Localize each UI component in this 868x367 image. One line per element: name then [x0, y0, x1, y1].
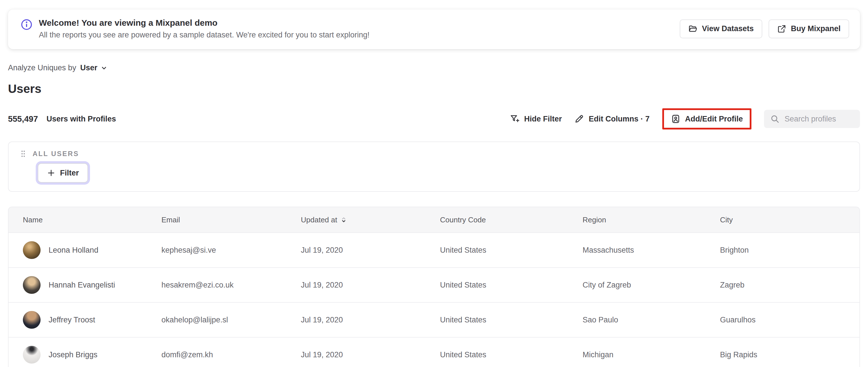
col-header-city: City: [720, 215, 860, 224]
user-country: United States: [440, 246, 583, 255]
user-region: Massachusetts: [583, 246, 720, 255]
avatar: [23, 346, 40, 364]
avatar: [23, 241, 40, 259]
analyze-by-dropdown[interactable]: User: [80, 63, 108, 72]
buy-mixpanel-button[interactable]: Buy Mixpanel: [769, 20, 849, 38]
chevron-down-icon: [100, 64, 108, 72]
avatar: [23, 311, 40, 329]
user-country: United States: [440, 350, 583, 359]
col-header-region: Region: [583, 215, 720, 224]
annotation-highlight-box: Add/Edit Profile: [662, 108, 752, 129]
info-icon: [21, 19, 33, 31]
user-email: domfi@zem.kh: [161, 350, 301, 359]
analyze-uniques-label: Analyze Uniques by: [8, 63, 76, 72]
col-header-email: Email: [161, 215, 301, 224]
user-updated-at: Jul 19, 2020: [301, 350, 440, 359]
profile-badge-icon: [671, 114, 681, 124]
user-email: hesakrem@ezi.co.uk: [161, 281, 301, 289]
user-name: Joseph Briggs: [49, 350, 97, 359]
user-name: Hannah Evangelisti: [49, 281, 115, 289]
page-title: Users: [8, 82, 860, 96]
user-name: Jeffrey Troost: [49, 315, 95, 325]
search-profiles-input[interactable]: [784, 115, 854, 123]
add-filter-label: Filter: [60, 169, 79, 178]
edit-columns-label: Edit Columns · 7: [589, 115, 649, 123]
col-header-country-code: Country Code: [440, 215, 583, 224]
page-root: Welcome! You are viewing a Mixpanel demo…: [0, 9, 868, 367]
user-city: Zagreb: [720, 281, 860, 289]
users-table: Name Email Updated at Country Code Regio…: [8, 207, 860, 367]
hide-filter-button[interactable]: Hide Filter: [510, 114, 562, 124]
group-label-all-users: ALL USERS: [33, 150, 79, 158]
col-header-updated-at[interactable]: Updated at: [301, 215, 440, 224]
filter-panel: ALL USERS Filter: [8, 142, 860, 192]
summary-toolbar-row: 555,497 Users with Profiles Hide Filter …: [8, 108, 860, 129]
sort-icon: [340, 216, 347, 223]
toolbar: Hide Filter Edit Columns · 7 Add/Edit Pr…: [510, 108, 860, 129]
user-count: 555,497: [8, 114, 38, 124]
user-city: Brighton: [720, 246, 860, 255]
edit-columns-button[interactable]: Edit Columns · 7: [574, 114, 649, 124]
pencil-icon: [574, 114, 584, 124]
user-count-label: Users with Profiles: [46, 115, 116, 123]
buy-mixpanel-label: Buy Mixpanel: [791, 24, 841, 33]
user-region: Sao Paulo: [583, 315, 720, 325]
search-profiles-box: [764, 110, 860, 128]
user-region: City of Zagreb: [583, 281, 720, 289]
external-link-icon: [777, 24, 786, 33]
user-name: Leona Holland: [49, 246, 98, 255]
avatar: [23, 276, 40, 294]
view-datasets-button[interactable]: View Datasets: [680, 20, 762, 38]
user-email: okahelop@lalijpe.sl: [161, 315, 301, 325]
welcome-banner: Welcome! You are viewing a Mixpanel demo…: [8, 9, 860, 49]
col-header-name: Name: [23, 215, 161, 224]
folder-icon: [688, 24, 698, 33]
table-row[interactable]: Joseph Briggs domfi@zem.kh Jul 19, 2020 …: [8, 337, 860, 367]
table-row[interactable]: Leona Holland kephesaj@si.ve Jul 19, 202…: [8, 233, 860, 267]
table-row[interactable]: Jeffrey Troost okahelop@lalijpe.sl Jul 1…: [8, 302, 860, 337]
add-edit-profile-label: Add/Edit Profile: [685, 115, 743, 123]
user-region: Michigan: [583, 350, 720, 359]
user-email: kephesaj@si.ve: [161, 246, 301, 255]
analyze-by-selected-value: User: [80, 63, 97, 72]
user-city: Big Rapids: [720, 350, 860, 359]
analyze-uniques-row: Analyze Uniques by User: [8, 63, 860, 72]
view-datasets-label: View Datasets: [702, 24, 754, 33]
add-filter-button[interactable]: Filter: [38, 163, 88, 183]
banner-subtitle: All the reports you see are powered by a…: [39, 31, 369, 39]
plus-icon: [47, 169, 55, 177]
search-icon: [770, 114, 779, 123]
user-city: Guarulhos: [720, 315, 860, 325]
table-header-row: Name Email Updated at Country Code Regio…: [8, 207, 860, 233]
user-updated-at: Jul 19, 2020: [301, 281, 440, 289]
col-header-updated-at-label: Updated at: [301, 215, 337, 224]
user-country: United States: [440, 315, 583, 325]
table-row[interactable]: Hannah Evangelisti hesakrem@ezi.co.uk Ju…: [8, 267, 860, 302]
user-country: United States: [440, 281, 583, 289]
user-updated-at: Jul 19, 2020: [301, 246, 440, 255]
banner-title: Welcome! You are viewing a Mixpanel demo: [39, 18, 369, 28]
add-edit-profile-button[interactable]: Add/Edit Profile: [671, 114, 743, 124]
hide-filter-label: Hide Filter: [524, 115, 562, 123]
filter-funnel-icon: [510, 114, 520, 124]
drag-handle-icon[interactable]: [20, 150, 26, 158]
user-updated-at: Jul 19, 2020: [301, 315, 440, 325]
